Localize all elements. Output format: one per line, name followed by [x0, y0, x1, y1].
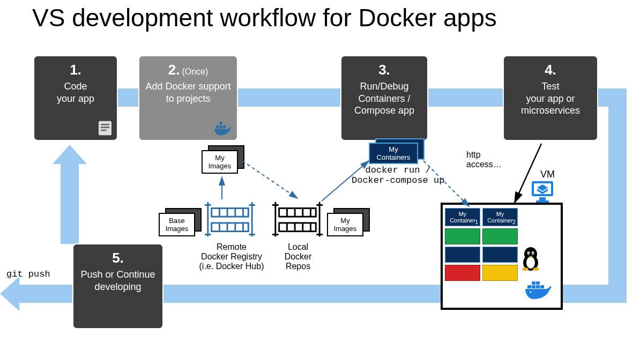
step-5-num: 5.	[112, 250, 124, 266]
svg-rect-1	[101, 124, 109, 125]
step-3-num: 3.	[378, 62, 390, 78]
container-1-label: My Container	[450, 211, 475, 224]
local-repos-label: Local Docker Repos	[272, 242, 324, 271]
svg-rect-6	[223, 125, 226, 128]
git-push-label: git push	[6, 269, 50, 279]
container-2-num: 2	[512, 219, 516, 225]
flow-bar-left-up	[61, 158, 79, 244]
remote-registry-label: Remote Docker Registry (i.e. Docker Hub)	[189, 242, 274, 271]
svg-rect-2	[101, 127, 109, 128]
svg-point-47	[530, 292, 532, 293]
container-green-1	[445, 228, 480, 244]
document-icon	[96, 120, 114, 137]
vm-monitor-icon	[530, 180, 555, 204]
flow-bar-left-out	[16, 285, 78, 303]
svg-rect-3	[101, 130, 107, 131]
step-4-num: 4.	[545, 62, 556, 78]
base-images: Base Images	[159, 213, 195, 236]
my-containers: My Containers	[369, 143, 418, 164]
vm-label: VM	[540, 169, 555, 180]
container-1: My Container 1	[445, 208, 480, 226]
docker-whale-icon	[524, 279, 554, 300]
arrow-up	[53, 145, 87, 164]
step-3-text: Run/Debug Containers / Compose app	[346, 80, 423, 117]
container-blue-2	[482, 247, 518, 263]
step-1-num: 1.	[70, 62, 81, 78]
svg-point-38	[532, 253, 533, 254]
container-yellow	[482, 265, 518, 281]
svg-rect-5	[219, 125, 222, 128]
my-images-right: My Images	[327, 213, 363, 236]
svg-rect-30	[539, 197, 546, 200]
svg-rect-7	[219, 122, 222, 124]
remote-registry-icon	[204, 198, 256, 241]
svg-point-39	[522, 268, 529, 271]
step-2-text: Add Docker support to projects	[144, 80, 233, 105]
svg-line-49	[242, 161, 297, 198]
svg-point-37	[529, 253, 530, 254]
docker-icon	[212, 120, 234, 137]
svg-rect-44	[540, 285, 544, 288]
docker-run-label: docker run / Docker-compose up	[352, 165, 444, 185]
step-2: 2. (Once) Add Docker support to projects	[138, 55, 238, 141]
step-3: 3. Run/Debug Containers / Compose app	[340, 55, 428, 141]
flow-bar-right	[608, 88, 627, 303]
svg-rect-42	[532, 285, 535, 288]
container-2: My Container 2	[482, 208, 518, 226]
container-2-label: My Container	[487, 211, 513, 224]
container-green-2	[482, 228, 518, 244]
http-access-label: http access…	[466, 150, 502, 169]
step-5-text: Push or Continue developing	[78, 269, 158, 293]
step-5: 5. Push or Continue developing	[72, 243, 163, 329]
svg-rect-46	[536, 281, 540, 285]
local-repos-icon	[271, 198, 324, 241]
container-1-num: 1	[475, 219, 478, 225]
step-1: 1. Code your app	[33, 55, 118, 141]
svg-rect-43	[536, 285, 540, 288]
step-4: 4. Test your app or microservices	[503, 55, 598, 141]
step-2-num: 2.	[168, 62, 180, 78]
step-1-text: Code your app	[57, 80, 94, 105]
diagram-title: VS development workflow for Docker apps	[32, 3, 497, 32]
svg-point-40	[533, 268, 539, 271]
container-blue-1	[445, 247, 480, 263]
step-4-text: Test your app or microservices	[508, 80, 593, 117]
svg-rect-4	[216, 125, 219, 128]
arrow-left	[0, 277, 19, 311]
svg-rect-45	[532, 281, 535, 285]
my-images-top: My Images	[202, 150, 238, 174]
svg-rect-41	[527, 285, 531, 288]
step-2-once: (Once)	[182, 67, 208, 77]
linux-penguin-icon	[520, 247, 541, 271]
container-red	[445, 265, 480, 281]
svg-point-34	[526, 257, 535, 269]
